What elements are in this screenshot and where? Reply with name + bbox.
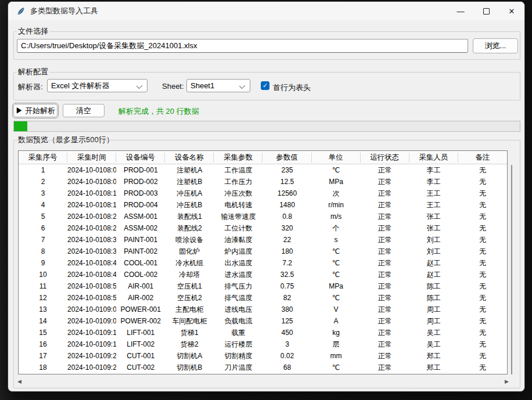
table-cell: 油漆黏度 <box>214 235 263 245</box>
table-cell: 正常 <box>361 340 409 349</box>
table-cell: 无 <box>458 247 507 257</box>
table-cell: 2024-10-0108:0 <box>67 166 116 174</box>
table-cell: 0.02 <box>263 352 311 360</box>
table-cell: 2024-10-0108:1 <box>67 201 116 209</box>
table-header-cell[interactable]: 采集参数 <box>214 153 263 163</box>
table-cell: 正常 <box>361 270 409 280</box>
table-header-cell[interactable]: 单位 <box>312 153 361 163</box>
table-cell: 排气压力 <box>214 282 263 291</box>
table-cell: 2024-10-0108:2 <box>67 212 116 221</box>
table-cell: 18 <box>19 363 67 372</box>
table-cell: 82 <box>263 294 311 302</box>
table-cell: 排气温度 <box>214 293 263 303</box>
table-header-cell[interactable]: 备注 <box>458 153 507 163</box>
sheet-label: Sheet: <box>162 82 184 91</box>
scroll-right-arrow-icon[interactable]: ▶ <box>503 379 511 384</box>
table-cell: 320 <box>263 224 311 232</box>
table-cell: 货梯2 <box>165 340 214 349</box>
table-cell: ℃ <box>312 271 361 279</box>
table-cell: COOL-002 <box>116 271 165 279</box>
table-cell: 冷却塔 <box>165 270 214 280</box>
table-cell: 0.8 <box>263 212 311 221</box>
table-cell: 装配线1 <box>165 212 214 222</box>
table-row[interactable]: 182024-10-0109:2CUT-002切割机B刀片温度68℃正常郑工无 <box>19 362 507 373</box>
table-cell: ℃ <box>312 363 361 372</box>
table-row[interactable]: 22024-10-0108:0PROD-002注塑机B工作压力12.5MPa正常… <box>19 176 507 188</box>
table-cell: 4 <box>19 201 67 209</box>
table-cell: 68 <box>263 363 311 372</box>
table-row[interactable]: 32024-10-0108:1PROD-003冲压机A冲压次数12560次正常王… <box>19 188 507 199</box>
table-row[interactable]: 122024-10-0108:5AIR-002空压机2排气温度82℃正常陈工无 <box>19 292 507 304</box>
app-window: 多类型数据导入工具 — ✕ 文件选择 浏览... 解析配置 解析器: Excel… <box>8 1 525 392</box>
horizontal-scrollbar[interactable]: ◀ ▶ <box>16 377 511 385</box>
table-row[interactable]: 92024-10-0108:4COOL-001冷水机组出水温度7.2℃正常赵工无 <box>19 257 507 269</box>
table-row[interactable]: 132024-10-0109:0POWER-001主配电柜进线电压380V正常周… <box>19 304 507 315</box>
vertical-scrollbar[interactable] <box>511 165 512 374</box>
table-cell: 无 <box>458 305 507 315</box>
table-row[interactable]: 152024-10-0109:1LIFT-001货梯1载重450kg正常吴工无 <box>19 327 507 338</box>
table-header-cell[interactable]: 采集序号 <box>19 153 67 163</box>
table-header-cell[interactable]: 设备编号 <box>116 153 165 163</box>
clear-button[interactable]: 清空 <box>63 104 105 117</box>
table-cell: AIR-001 <box>116 282 165 290</box>
table-cell: 235 <box>263 166 311 174</box>
table-cell: 无 <box>458 316 507 326</box>
file-path-input[interactable] <box>17 39 468 53</box>
table-cell: 13 <box>19 305 67 313</box>
table-cell: 9 <box>19 259 67 267</box>
progress-chunk <box>14 121 27 131</box>
table-row[interactable]: 172024-10-0109:2CUT-001切割机A切割精度0.02mm正常郑… <box>19 350 507 362</box>
table-cell: 12560 <box>263 189 311 197</box>
table-row[interactable]: 102024-10-0108:4COOL-002冷却塔进水温度32.5℃正常赵工… <box>19 269 507 280</box>
table-header-cell[interactable]: 采集时间 <box>67 153 116 163</box>
sheet-select[interactable]: Sheet1 <box>186 79 250 92</box>
maximize-button[interactable] <box>473 2 499 20</box>
table-cell: ℃ <box>312 247 361 255</box>
table-row[interactable]: 12024-10-0108:0PROD-001注塑机A工作温度235℃正常李工无 <box>19 164 507 176</box>
table-cell: 主配电柜 <box>165 305 214 315</box>
table-row[interactable]: 112024-10-0108:5AIR-001空压机1排气压力0.75MPa正常… <box>19 280 507 292</box>
table-cell: 赵工 <box>409 270 458 280</box>
table-cell: 12 <box>19 294 67 302</box>
table-header-cell[interactable]: 参数值 <box>263 153 311 163</box>
table-cell: 22 <box>263 236 311 244</box>
desktop-background: 多类型数据导入工具 — ✕ 文件选择 浏览... 解析配置 解析器: Excel… <box>0 0 532 400</box>
table-header-cell[interactable]: 采集人员 <box>409 153 458 163</box>
table-row[interactable]: 162024-10-0109:1LIFT-002货梯2运行楼层3层正常吴工无 <box>19 338 507 350</box>
browse-button[interactable]: 浏览... <box>473 38 518 53</box>
close-button[interactable]: ✕ <box>499 2 524 20</box>
table-cell: 无 <box>458 177 507 187</box>
table-cell: 正常 <box>361 282 409 291</box>
table-row[interactable]: 52024-10-0108:2ASSM-001装配线1输送带速度0.8m/s正常… <box>19 211 507 222</box>
table-cell: 工作温度 <box>214 165 263 175</box>
table-header-cell[interactable]: 运行状态 <box>361 153 409 163</box>
title-bar[interactable]: 多类型数据导入工具 — ✕ <box>8 2 524 20</box>
table-cell: m/s <box>312 212 361 221</box>
table-cell: CUT-002 <box>116 363 165 372</box>
table-cell: 14 <box>19 317 67 325</box>
table-cell: 无 <box>458 351 507 361</box>
table-cell: ℃ <box>312 294 361 302</box>
table-cell: 正常 <box>361 247 409 257</box>
table-header-cell[interactable]: 设备名称 <box>165 153 214 163</box>
table-cell: 正常 <box>361 258 409 268</box>
start-parse-button[interactable]: ▶ 开始解析 <box>13 104 57 117</box>
table-cell: 个 <box>312 224 361 233</box>
table-cell: 2024-10-0109:1 <box>67 340 116 348</box>
table-cell: PROD-003 <box>116 189 165 197</box>
table-row[interactable]: 72024-10-0108:3PAINT-001喷涂设备油漆黏度22s正常刘工无 <box>19 234 507 246</box>
table-cell: 0.75 <box>263 282 311 290</box>
table-body: 12024-10-0108:0PROD-001注塑机A工作温度235℃正常李工无… <box>19 164 507 373</box>
table-row[interactable]: 82024-10-0108:3PAINT-002固化炉炉内温度180℃正常刘工无 <box>19 246 507 257</box>
table-cell: 注塑机B <box>165 177 214 187</box>
table-cell: 7.2 <box>263 259 311 267</box>
header-row-checkbox[interactable]: ✓ <box>261 81 269 90</box>
table-row[interactable]: 142024-10-0109:0POWER-002车间配电柜负载电流125A正常… <box>19 315 507 327</box>
table-row[interactable]: 42024-10-0108:1PROD-004冲压机B电机转速1480r/min… <box>19 199 507 211</box>
parser-select[interactable]: Excel 文件解析器 <box>47 79 148 92</box>
scroll-left-arrow-icon[interactable]: ◀ <box>16 379 23 384</box>
table-cell: 2024-10-0108:5 <box>67 282 116 290</box>
minimize-button[interactable]: — <box>448 2 473 20</box>
table-cell: 正常 <box>361 189 409 199</box>
table-row[interactable]: 62024-10-0108:2ASSM-002装配线2工位计数320个正常张工无 <box>19 222 507 234</box>
